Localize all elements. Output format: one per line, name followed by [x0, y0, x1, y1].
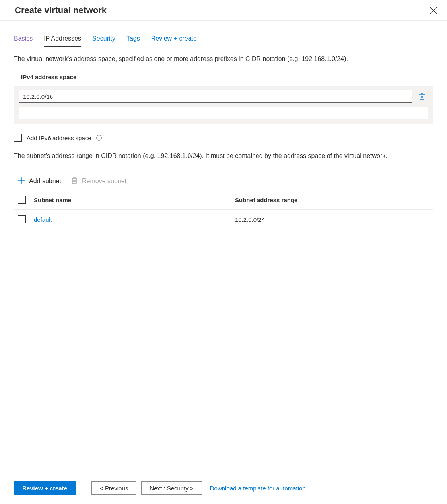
review-create-button[interactable]: Review + create [14, 481, 76, 495]
select-all-checkbox[interactable] [18, 196, 26, 204]
dialog-header: Create virtual network [0, 0, 447, 21]
address-space-row [19, 107, 428, 119]
tab-basics[interactable]: Basics [14, 35, 33, 47]
subnet-table: Subnet name Subnet address range default… [14, 190, 433, 229]
row-checkbox[interactable] [18, 215, 26, 223]
address-space-input-1[interactable] [19, 107, 428, 119]
trash-icon [71, 177, 78, 186]
table-row: default 10.2.0.0/24 [14, 210, 433, 229]
address-space-input-0[interactable] [19, 90, 412, 103]
tab-ip-addresses[interactable]: IP Addresses [44, 35, 81, 47]
plus-icon [18, 177, 25, 186]
subnet-toolbar: Add subnet Remove subnet [14, 177, 433, 186]
address-space-row [19, 90, 428, 103]
subnet-description: The subnet's address range in CIDR notat… [14, 151, 433, 161]
tab-review-create[interactable]: Review + create [151, 35, 197, 47]
subnet-range-cell: 10.2.0.0/24 [232, 210, 433, 229]
ipv6-checkbox[interactable] [14, 134, 22, 142]
close-button[interactable] [428, 5, 439, 16]
ipv6-checkbox-label: Add IPv6 address space [27, 135, 91, 141]
remove-subnet-label: Remove subnet [82, 178, 126, 185]
tab-tags[interactable]: Tags [126, 35, 140, 47]
next-button[interactable]: Next : Security > [141, 481, 202, 495]
download-template-link[interactable]: Download a template for automation [210, 485, 306, 492]
tab-bar: Basics IP Addresses Security Tags Review… [14, 35, 433, 47]
info-icon[interactable]: i [96, 135, 102, 141]
column-header-subnet-range[interactable]: Subnet address range [232, 190, 433, 210]
close-icon [430, 7, 437, 14]
ipv4-address-space-box [14, 86, 433, 124]
trash-icon [418, 93, 426, 100]
dialog-title: Create virtual network [15, 5, 107, 16]
previous-button[interactable]: < Previous [91, 481, 136, 495]
dialog-footer: Review + create < Previous Next : Securi… [0, 474, 447, 504]
ipv4-section-label: IPv4 address space [21, 74, 433, 80]
address-space-description: The virtual network's address space, spe… [14, 55, 433, 63]
dialog-content: Basics IP Addresses Security Tags Review… [0, 35, 447, 237]
ipv6-option-row: Add IPv6 address space i [14, 134, 433, 142]
tab-security[interactable]: Security [92, 35, 115, 47]
add-subnet-label: Add subnet [29, 178, 61, 185]
add-subnet-button[interactable]: Add subnet [18, 177, 61, 186]
delete-address-space-button[interactable] [416, 90, 428, 103]
remove-subnet-button: Remove subnet [71, 177, 126, 186]
subnet-name-link[interactable]: default [34, 216, 52, 223]
column-header-subnet-name[interactable]: Subnet name [31, 190, 232, 210]
